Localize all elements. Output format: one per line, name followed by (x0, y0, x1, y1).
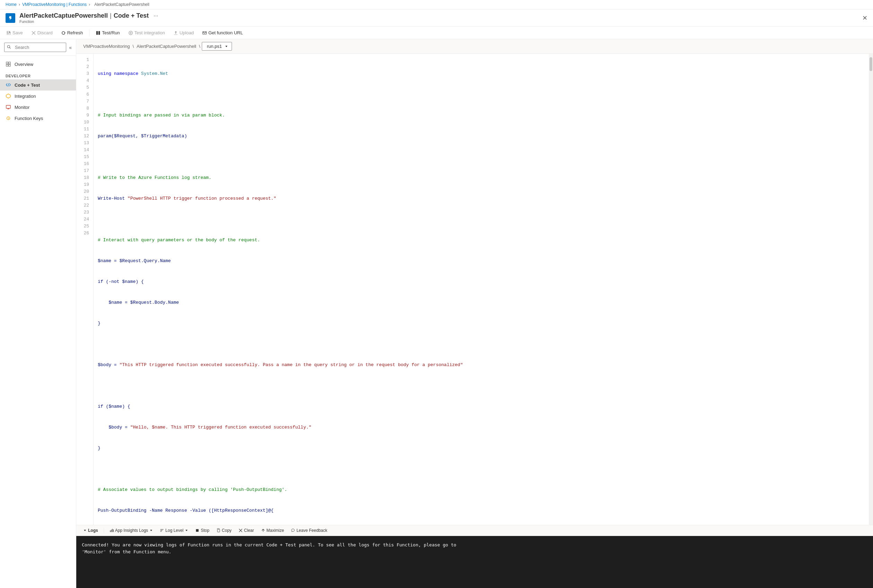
log-level-chevron-icon (185, 529, 188, 532)
svg-line-4 (10, 48, 11, 48)
code-line-4: param($Request, $TriggerMetadata) (98, 133, 869, 140)
code-line-9: # Interact with query parameters or the … (98, 237, 869, 244)
clear-icon (238, 528, 243, 532)
header-more-icon[interactable]: ··· (154, 13, 158, 19)
file-app-name: VMProactiveMonitoring (83, 44, 130, 49)
save-button[interactable]: Save (3, 28, 26, 38)
breadcrumb: Home › VMProactiveMonitoring | Functions… (0, 0, 873, 9)
code-line-22: Push-OutputBinding -Name Response -Value… (98, 507, 869, 514)
upload-button[interactable]: Upload (170, 28, 197, 38)
code-line-6: # Write to the Azure Functions log strea… (98, 174, 869, 182)
code-line-7: Write-Host "PowerShell HTTP trigger func… (98, 195, 869, 202)
file-selector[interactable]: run.ps1 (202, 42, 232, 51)
toolbar: Save Discard Refresh Test/Run Test integ… (0, 27, 873, 39)
search-input[interactable] (4, 43, 66, 52)
chevron-down-icon (225, 45, 228, 48)
breadcrumb-current: AlertPacketCaptuePowershell (94, 2, 149, 7)
code-line-19: } (98, 445, 869, 452)
function-keys-label: Function Keys (15, 116, 43, 121)
breadcrumb-app[interactable]: VMProactiveMonitoring | Functions (22, 2, 87, 7)
upload-icon (173, 30, 178, 35)
log-toolbar: Logs App Insights Logs Log Level Stop (76, 525, 873, 536)
monitor-icon (6, 104, 11, 110)
leave-feedback-icon (291, 528, 295, 532)
page-subtitle: Code + Test (114, 12, 149, 20)
app-insights-chevron-icon (149, 529, 153, 532)
sidebar-search-area: « (0, 39, 76, 56)
test-integration-button[interactable]: Test integration (125, 28, 168, 38)
maximize-icon (261, 528, 265, 532)
function-label: Function (20, 20, 158, 24)
copy-button[interactable]: Copy (214, 526, 234, 534)
code-line-5 (98, 154, 869, 160)
discard-button[interactable]: Discard (28, 28, 56, 38)
overview-icon (6, 62, 11, 67)
svg-rect-15 (111, 530, 112, 532)
app-icon (6, 13, 15, 23)
code-line-11: if (-not $name) { (98, 278, 869, 285)
content-area: VMProactiveMonitoring \ AlertPacketCaptu… (76, 39, 873, 588)
file-breadcrumb: VMProactiveMonitoring \ AlertPacketCaptu… (76, 39, 873, 54)
sidebar: « Overview Developer Code + Test (0, 39, 76, 588)
overview-label: Overview (15, 62, 33, 67)
sidebar-item-code-test[interactable]: Code + Test (0, 80, 76, 90)
close-button[interactable]: ✕ (862, 15, 867, 21)
svg-rect-17 (113, 530, 114, 532)
svg-rect-22 (218, 530, 220, 532)
svg-rect-7 (6, 64, 8, 66)
get-function-url-button[interactable]: Get function URL (199, 28, 246, 38)
app-insights-button[interactable]: App Insights Logs (107, 526, 156, 534)
svg-rect-14 (110, 531, 111, 532)
test-run-button[interactable]: Test/Run (92, 28, 123, 38)
file-function-name: AlertPacketCaptuePowershell (136, 44, 196, 49)
code-line-1: using namespace System.Net (98, 70, 869, 77)
logs-chevron-icon (83, 529, 87, 532)
refresh-button[interactable]: Refresh (57, 28, 87, 38)
log-output: Connected! You are now viewing logs of F… (76, 536, 873, 588)
clear-button[interactable]: Clear (236, 526, 257, 534)
leave-feedback-button[interactable]: Leave Feedback (288, 526, 330, 534)
logs-toggle-button[interactable]: Logs (80, 526, 101, 534)
code-line-18: $body = "Hello, $name. This HTTP trigger… (98, 424, 869, 431)
page-header: AlertPacketCaptuePowershell | Code + Tes… (0, 9, 873, 27)
sidebar-item-function-keys[interactable]: Function Keys (0, 112, 76, 124)
line-numbers: 1 2 3 4 5 6 7 8 9 10 11 12 13 14 15 16 1 (76, 54, 94, 525)
sidebar-nav: Overview Developer Code + Test Integrati… (0, 56, 76, 588)
scrollbar[interactable] (869, 54, 873, 525)
code-line-3: # Input bindings are passed in via param… (98, 112, 869, 119)
log-message: Connected! You are now viewing logs of F… (82, 542, 867, 555)
maximize-button[interactable]: Maximize (258, 526, 287, 534)
code-line-13: } (98, 320, 869, 327)
sidebar-item-overview[interactable]: Overview (0, 58, 76, 70)
integration-icon (6, 93, 11, 99)
svg-rect-0 (96, 31, 98, 34)
test-run-icon (96, 30, 100, 35)
collapse-sidebar-button[interactable]: « (69, 45, 72, 50)
page-title: AlertPacketCaptuePowershell (20, 12, 108, 20)
log-level-icon (160, 528, 164, 532)
breadcrumb-home[interactable]: Home (6, 2, 16, 7)
svg-marker-9 (6, 94, 10, 98)
toolbar-sep-1 (89, 30, 90, 36)
stop-icon (195, 528, 200, 532)
app-insights-icon (110, 528, 114, 532)
copy-icon (216, 528, 220, 532)
log-level-button[interactable]: Log Level (157, 526, 191, 534)
code-editor-area[interactable]: 1 2 3 4 5 6 7 8 9 10 11 12 13 14 15 16 1 (76, 54, 873, 525)
discard-icon (31, 30, 36, 35)
code-editor: 1 2 3 4 5 6 7 8 9 10 11 12 13 14 15 16 1 (76, 54, 873, 525)
svg-point-3 (8, 45, 10, 48)
svg-rect-16 (112, 529, 112, 532)
sidebar-item-monitor[interactable]: Monitor (0, 102, 76, 112)
stop-button[interactable]: Stop (192, 526, 212, 534)
code-line-16 (98, 382, 869, 389)
code-line-2 (98, 91, 869, 98)
svg-rect-8 (9, 64, 10, 66)
search-icon (7, 45, 11, 50)
sidebar-item-integration[interactable]: Integration (0, 90, 76, 102)
code-test-label: Code + Test (15, 82, 40, 88)
header-title-group: AlertPacketCaptuePowershell | Code + Tes… (20, 12, 158, 24)
code-content[interactable]: using namespace System.Net # Input bindi… (94, 54, 869, 525)
test-integration-icon (128, 30, 133, 35)
svg-rect-5 (6, 62, 8, 64)
